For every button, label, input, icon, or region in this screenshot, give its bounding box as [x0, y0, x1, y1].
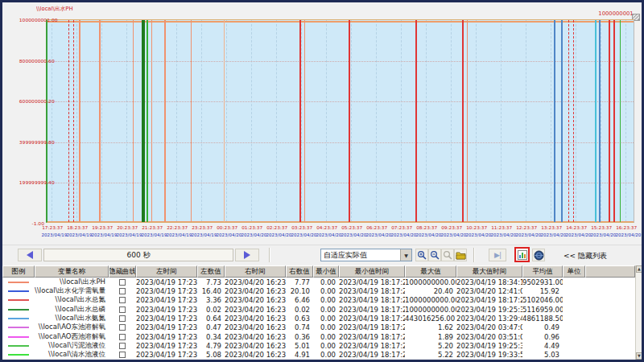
hide-curve-checkbox[interactable]	[119, 343, 126, 349]
scroll-up-icon[interactable]: ▲	[636, 265, 642, 273]
column-header[interactable]: 左数值	[197, 265, 225, 278]
right-value-cell: 7.77	[286, 278, 313, 286]
x-axis-date-label: 2023/04/20	[366, 232, 383, 237]
variable-name-cell: \\local\出水化学需氧量	[35, 286, 109, 296]
hide-curve-checkbox[interactable]	[119, 279, 126, 286]
gridline	[52, 20, 52, 222]
x-axis-date-label: 2023/04/19	[67, 232, 84, 237]
diagram-tool-button[interactable]	[514, 247, 530, 262]
x-axis-date-label: 2023/04/20	[291, 232, 308, 237]
curve-spike	[561, 20, 563, 222]
y-axis-label: 800000000.60	[19, 58, 44, 64]
right-value-cell: 0.63	[286, 315, 313, 323]
table-row[interactable]: \\local\AO西池溶解氧2023/04/19 17:23:370.3420…	[2, 332, 635, 341]
hide-curve-cell	[109, 334, 136, 340]
table-row[interactable]: \\local\出水PH2023/04/19 17:23:377.732023/…	[2, 278, 635, 286]
zoom-out-button[interactable]	[428, 249, 441, 261]
table-row[interactable]: \\local\出水氨氮2023/04/19 17:23:370.642023/…	[2, 314, 635, 323]
left-time-cell: 2023/04/19 17:23:37	[136, 315, 197, 323]
time-interval-field[interactable]: 600 秒	[43, 249, 233, 261]
max-time-cell: 2023/04/19 19:25:39	[456, 342, 522, 350]
x-axis-time-label: 02:23:37	[266, 225, 283, 230]
right-value-cell: 20.10	[286, 287, 313, 295]
zoom-reset-button[interactable]	[441, 249, 454, 261]
gridline	[625, 20, 626, 222]
legend-cell	[2, 354, 35, 356]
x-axis-time-label: 16:23:37	[616, 225, 632, 230]
left-value-cell: 16.40	[197, 287, 225, 295]
chevron-down-icon[interactable]: ▼	[400, 249, 411, 261]
hide-curve-checkbox[interactable]	[119, 352, 126, 358]
left-time-cell: 2023/04/19 17:23:37	[136, 333, 197, 341]
variable-name-cell: \\local\出水总磷	[35, 305, 109, 315]
gridline	[501, 20, 502, 222]
column-header[interactable]: 平均值	[522, 265, 563, 278]
x-axis-time-label: 11:23:37	[491, 225, 507, 230]
gridline	[376, 20, 377, 222]
trend-plot-area[interactable]	[46, 19, 634, 223]
table-row[interactable]: \\local\污泥池液位2023/04/19 17:23:374.792023…	[2, 341, 635, 350]
zoom-in-button[interactable]	[415, 249, 428, 261]
column-header[interactable]: 单位	[563, 265, 585, 278]
table-row[interactable]: \\local\AO东池溶解氧2023/04/19 17:23:370.4720…	[2, 323, 635, 332]
hide-curve-checkbox[interactable]	[119, 306, 126, 313]
column-header[interactable]: 最大值时间	[456, 265, 522, 278]
column-header[interactable]: 右时间	[225, 265, 286, 278]
hide-curve-checkbox[interactable]	[119, 324, 126, 331]
column-header[interactable]: 右数值	[286, 265, 313, 278]
x-axis-date-label: 2023/04/20	[591, 232, 608, 237]
left-value-cell: 7.73	[197, 278, 225, 286]
column-header[interactable]: 最小值	[313, 265, 339, 278]
max-time-cell: 2023/04/20 12:41:00	[456, 287, 522, 295]
x-axis-time-label: 12:23:37	[516, 225, 532, 230]
column-header[interactable]: 左时间	[136, 265, 197, 278]
table-row[interactable]: \\local\清水池液位2023/04/19 17:23:375.082023…	[2, 351, 635, 360]
pan-right-button[interactable]	[235, 249, 259, 261]
curve-spike	[164, 20, 166, 222]
table-row[interactable]: \\local\出水总氮2023/04/19 17:23:373.362023/…	[2, 296, 635, 305]
curve-spike	[79, 20, 80, 222]
column-header[interactable]: 隐藏曲线	[109, 265, 136, 278]
min-time-cell: 2023/04/19 18:17:26	[339, 287, 405, 295]
hide-curve-cell	[109, 343, 136, 349]
column-header[interactable]: 变量名称	[35, 265, 109, 278]
value-mode-selected: 自适应实际值	[321, 250, 400, 261]
value-mode-dropdown[interactable]: 自适应实际值 ▼	[320, 249, 412, 261]
x-axis-time-label: 00:23:37	[217, 225, 233, 230]
scroll-down-icon[interactable]: ▼	[636, 352, 642, 360]
hide-curve-checkbox[interactable]	[119, 334, 126, 340]
curve-spike	[573, 20, 574, 222]
table-row[interactable]: \\local\出水化学需氧量2023/04/19 17:23:3716.402…	[2, 286, 635, 295]
x-axis-date-label: 2023/04/20	[316, 232, 333, 237]
hide-curve-checkbox[interactable]	[119, 297, 126, 303]
gridline	[176, 20, 177, 222]
hide-curve-checkbox[interactable]	[119, 315, 126, 322]
curve-spike	[349, 20, 350, 222]
toolbar-separator	[473, 248, 475, 262]
hide-list-button[interactable]: << 隐藏列表	[564, 251, 607, 261]
table-row[interactable]: \\local\出水总磷2023/04/19 17:23:370.022023/…	[2, 305, 635, 314]
globe-button[interactable]	[532, 249, 545, 261]
curve-spike	[620, 20, 621, 222]
column-header[interactable]: 图例	[2, 265, 35, 278]
gridline	[226, 20, 227, 222]
x-axis-time-label: 05:23:37	[341, 225, 357, 230]
column-header[interactable]: 最小值时间	[339, 265, 405, 278]
right-time-cell: 2023/04/20 16:23:37	[225, 315, 286, 323]
table-body: \\local\出水PH2023/04/19 17:23:377.732023/…	[2, 278, 635, 360]
hide-curve-checkbox[interactable]	[119, 288, 126, 294]
avg-value-cell: 5116959.00	[522, 306, 563, 314]
gridline	[76, 20, 77, 222]
min-value-cell: 0.00	[313, 287, 339, 295]
table-scrollbar[interactable]: ▲ ▼	[635, 265, 642, 360]
play-pause-button[interactable]: ▶|	[489, 249, 506, 261]
x-axis-time-label: 19:23:37	[92, 225, 108, 230]
open-folder-button[interactable]	[454, 249, 467, 261]
column-header[interactable]: 最大值	[405, 265, 456, 278]
variable-name-cell: \\local\出水总氮	[35, 295, 109, 305]
pan-left-button[interactable]	[18, 249, 42, 261]
gridline	[326, 20, 327, 222]
avg-value-cell: 0.49	[522, 323, 563, 331]
legend-cell	[2, 345, 35, 347]
max-value-cell: 1000000000.00	[405, 296, 456, 304]
